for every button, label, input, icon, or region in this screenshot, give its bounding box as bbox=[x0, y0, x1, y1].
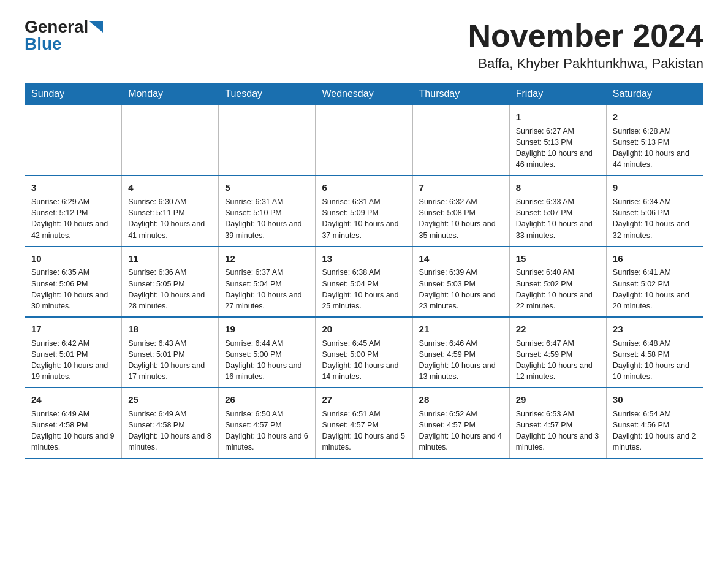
day-info-line: Sunset: 5:11 PM bbox=[128, 207, 212, 218]
day-info-line: Sunrise: 6:53 AM bbox=[516, 408, 600, 419]
day-info-line: Sunset: 4:58 PM bbox=[128, 419, 212, 431]
day-number: 4 bbox=[128, 181, 212, 194]
calendar-cell: 9Sunrise: 6:34 AMSunset: 5:06 PMDaylight… bbox=[606, 175, 703, 246]
calendar-cell: 6Sunrise: 6:31 AMSunset: 5:09 PMDaylight… bbox=[316, 175, 412, 246]
day-info-line: Sunset: 4:58 PM bbox=[613, 349, 697, 360]
day-info-line: Daylight: 10 hours and 20 minutes. bbox=[613, 289, 697, 312]
day-info-line: Sunrise: 6:49 AM bbox=[128, 408, 212, 419]
day-info-line: Sunset: 5:03 PM bbox=[419, 278, 503, 289]
day-info-line: Sunset: 4:57 PM bbox=[516, 419, 600, 431]
calendar-cell: 19Sunrise: 6:44 AMSunset: 5:00 PMDayligh… bbox=[219, 317, 316, 388]
day-info-line: Daylight: 10 hours and 17 minutes. bbox=[128, 360, 212, 382]
calendar-cell: 20Sunrise: 6:45 AMSunset: 5:00 PMDayligh… bbox=[316, 317, 412, 388]
calendar-cell bbox=[219, 105, 316, 175]
calendar-cell: 10Sunrise: 6:35 AMSunset: 5:06 PMDayligh… bbox=[25, 247, 122, 317]
day-info-line: Daylight: 10 hours and 23 minutes. bbox=[419, 289, 503, 312]
col-saturday: Saturday bbox=[606, 83, 703, 105]
day-number: 7 bbox=[419, 181, 503, 194]
day-info-line: Sunset: 5:01 PM bbox=[31, 349, 115, 360]
svg-marker-0 bbox=[89, 21, 103, 33]
day-info-line: Daylight: 10 hours and 33 minutes. bbox=[516, 218, 600, 240]
day-info-line: Sunrise: 6:37 AM bbox=[225, 267, 309, 278]
day-number: 12 bbox=[225, 252, 309, 266]
logo-blue-text: Blue bbox=[25, 36, 62, 53]
day-info-line: Sunrise: 6:28 AM bbox=[613, 126, 697, 137]
calendar-cell: 21Sunrise: 6:46 AMSunset: 4:59 PMDayligh… bbox=[412, 317, 509, 388]
location-title: Baffa, Khyber Pakhtunkhwa, Pakistan bbox=[468, 56, 703, 72]
day-info-line: Sunrise: 6:46 AM bbox=[419, 338, 503, 349]
day-info-line: Sunset: 4:57 PM bbox=[322, 419, 406, 431]
day-number: 28 bbox=[419, 393, 503, 407]
day-info-line: Sunrise: 6:36 AM bbox=[128, 267, 212, 278]
calendar-cell: 30Sunrise: 6:54 AMSunset: 4:56 PMDayligh… bbox=[606, 388, 703, 458]
calendar-cell: 23Sunrise: 6:48 AMSunset: 4:58 PMDayligh… bbox=[606, 317, 703, 388]
day-info-line: Daylight: 10 hours and 6 minutes. bbox=[225, 431, 309, 453]
day-info-line: Sunset: 5:00 PM bbox=[322, 349, 406, 360]
day-info-line: Sunset: 5:04 PM bbox=[322, 278, 406, 289]
day-number: 15 bbox=[516, 252, 600, 266]
day-info-line: Sunrise: 6:48 AM bbox=[613, 338, 697, 349]
day-info-line: Sunrise: 6:29 AM bbox=[31, 196, 115, 207]
col-tuesday: Tuesday bbox=[219, 83, 316, 105]
calendar-week-row: 17Sunrise: 6:42 AMSunset: 5:01 PMDayligh… bbox=[25, 317, 703, 388]
calendar-cell: 18Sunrise: 6:43 AMSunset: 5:01 PMDayligh… bbox=[122, 317, 219, 388]
month-title: November 2024 bbox=[468, 18, 703, 53]
day-info-line: Sunrise: 6:50 AM bbox=[225, 408, 309, 419]
day-info-line: Sunset: 5:10 PM bbox=[225, 207, 309, 218]
calendar-cell bbox=[25, 105, 122, 175]
day-info-line: Daylight: 10 hours and 8 minutes. bbox=[128, 431, 212, 453]
day-info-line: Sunrise: 6:31 AM bbox=[225, 196, 309, 207]
day-number: 30 bbox=[613, 393, 697, 407]
col-friday: Friday bbox=[509, 83, 606, 105]
day-info-line: Sunrise: 6:45 AM bbox=[322, 338, 406, 349]
calendar-cell: 28Sunrise: 6:52 AMSunset: 4:57 PMDayligh… bbox=[412, 388, 509, 458]
calendar-cell bbox=[316, 105, 412, 175]
calendar-cell: 8Sunrise: 6:33 AMSunset: 5:07 PMDaylight… bbox=[509, 175, 606, 246]
day-info-line: Sunrise: 6:49 AM bbox=[31, 408, 115, 419]
day-info-line: Sunrise: 6:51 AM bbox=[322, 408, 406, 419]
day-info-line: Sunset: 5:00 PM bbox=[225, 349, 309, 360]
day-info-line: Sunset: 5:05 PM bbox=[128, 278, 212, 289]
day-info-line: Sunset: 5:06 PM bbox=[613, 207, 697, 218]
day-number: 25 bbox=[128, 393, 212, 407]
day-number: 8 bbox=[516, 181, 600, 194]
calendar-cell: 7Sunrise: 6:32 AMSunset: 5:08 PMDaylight… bbox=[412, 175, 509, 246]
calendar-table: Sunday Monday Tuesday Wednesday Thursday… bbox=[25, 83, 703, 459]
day-info-line: Daylight: 10 hours and 37 minutes. bbox=[322, 218, 406, 240]
day-info-line: Daylight: 10 hours and 22 minutes. bbox=[516, 289, 600, 312]
day-info-line: Daylight: 10 hours and 10 minutes. bbox=[613, 360, 697, 382]
logo-general-text: General bbox=[25, 18, 88, 36]
day-info-line: Sunset: 4:57 PM bbox=[225, 419, 309, 431]
day-info-line: Sunset: 4:59 PM bbox=[419, 349, 503, 360]
calendar-cell: 26Sunrise: 6:50 AMSunset: 4:57 PMDayligh… bbox=[219, 388, 316, 458]
calendar-cell: 29Sunrise: 6:53 AMSunset: 4:57 PMDayligh… bbox=[509, 388, 606, 458]
day-number: 1 bbox=[516, 110, 600, 124]
day-info-line: Daylight: 10 hours and 4 minutes. bbox=[419, 431, 503, 453]
calendar-cell: 11Sunrise: 6:36 AMSunset: 5:05 PMDayligh… bbox=[122, 247, 219, 317]
day-number: 2 bbox=[613, 110, 697, 124]
day-info-line: Daylight: 10 hours and 42 minutes. bbox=[31, 218, 115, 240]
day-info-line: Sunset: 4:59 PM bbox=[516, 349, 600, 360]
calendar-cell: 2Sunrise: 6:28 AMSunset: 5:13 PMDaylight… bbox=[606, 105, 703, 175]
calendar-week-row: 3Sunrise: 6:29 AMSunset: 5:12 PMDaylight… bbox=[25, 175, 703, 246]
day-number: 14 bbox=[419, 252, 503, 266]
day-info-line: Sunset: 5:13 PM bbox=[516, 137, 600, 148]
calendar-cell: 3Sunrise: 6:29 AMSunset: 5:12 PMDaylight… bbox=[25, 175, 122, 246]
day-number: 24 bbox=[31, 393, 115, 407]
calendar-cell: 27Sunrise: 6:51 AMSunset: 4:57 PMDayligh… bbox=[316, 388, 412, 458]
day-number: 18 bbox=[128, 323, 212, 336]
day-info-line: Daylight: 10 hours and 32 minutes. bbox=[613, 218, 697, 240]
col-monday: Monday bbox=[122, 83, 219, 105]
day-info-line: Sunset: 5:13 PM bbox=[613, 137, 697, 148]
day-number: 16 bbox=[613, 252, 697, 266]
day-info-line: Daylight: 10 hours and 9 minutes. bbox=[31, 431, 115, 453]
day-info-line: Sunrise: 6:30 AM bbox=[128, 196, 212, 207]
day-info-line: Daylight: 10 hours and 44 minutes. bbox=[613, 148, 697, 170]
day-number: 23 bbox=[613, 323, 697, 336]
calendar-cell: 13Sunrise: 6:38 AMSunset: 5:04 PMDayligh… bbox=[316, 247, 412, 317]
day-info-line: Daylight: 10 hours and 28 minutes. bbox=[128, 289, 212, 312]
calendar-week-row: 1Sunrise: 6:27 AMSunset: 5:13 PMDaylight… bbox=[25, 105, 703, 175]
day-info-line: Sunset: 5:04 PM bbox=[225, 278, 309, 289]
calendar-cell: 16Sunrise: 6:41 AMSunset: 5:02 PMDayligh… bbox=[606, 247, 703, 317]
day-info-line: Sunset: 5:09 PM bbox=[322, 207, 406, 218]
